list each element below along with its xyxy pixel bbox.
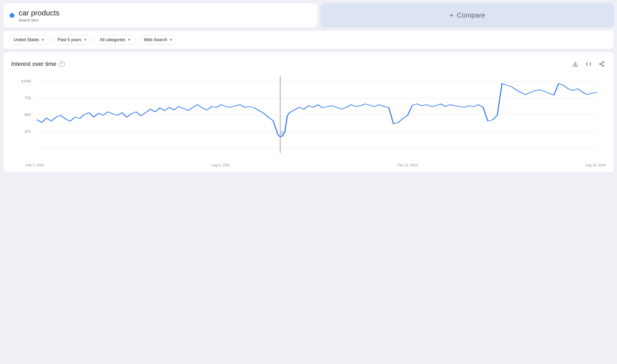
filter-region-label: United States (14, 37, 39, 42)
search-term-card: car products Search term (3, 3, 318, 28)
svg-line-5 (601, 63, 603, 64)
filter-period-label: Past 5 years (58, 37, 81, 42)
compare-plus-icon: + (449, 11, 454, 20)
compare-card[interactable]: + Compare (321, 3, 614, 28)
chart-title: Interest over time (11, 61, 56, 67)
filter-search-type-label: Web Search (144, 37, 167, 42)
filter-category-label: All categories (100, 37, 125, 42)
filter-period-arrow: ▼ (83, 38, 87, 42)
chart-header: Interest over time ? (11, 60, 606, 68)
svg-text:100: 100 (21, 79, 31, 83)
download-button[interactable] (571, 60, 579, 68)
filter-category[interactable]: All categories ▼ (95, 35, 136, 45)
search-term-dot (10, 13, 14, 18)
chart-actions (571, 60, 606, 68)
x-labels: Feb 2, 2020 Aug 8, 2021 Feb 12, 2023 Aug… (11, 163, 606, 167)
svg-text:50: 50 (24, 113, 31, 117)
filter-region[interactable]: United States ▼ (9, 35, 49, 45)
chart-title-group: Interest over time ? (11, 61, 65, 67)
filter-category-arrow: ▼ (128, 38, 131, 42)
search-term-label: car products (19, 9, 60, 18)
x-label-2: Aug 8, 2021 (212, 163, 230, 167)
svg-line-4 (601, 64, 603, 65)
embed-button[interactable] (585, 60, 593, 68)
help-icon[interactable]: ? (59, 61, 65, 67)
filter-search-type-arrow: ▼ (169, 38, 172, 42)
chart-svg: 100 75 50 25 Note (11, 76, 606, 161)
compare-label: Compare (457, 11, 485, 19)
x-label-4: Aug 18, 2024 (585, 163, 606, 167)
x-label-1: Feb 2, 2020 (26, 163, 44, 167)
share-button[interactable] (598, 60, 606, 68)
search-term-sublabel: Search term (19, 18, 60, 22)
x-label-3: Feb 12, 2023 (398, 163, 418, 167)
search-term-text: car products Search term (19, 9, 60, 22)
svg-text:75: 75 (24, 96, 31, 100)
svg-text:25: 25 (24, 129, 31, 133)
filter-period[interactable]: Past 5 years ▼ (53, 35, 92, 45)
filter-search-type[interactable]: Web Search ▼ (139, 35, 178, 45)
chart-container: 100 75 50 25 Note (11, 76, 606, 161)
filter-region-arrow: ▼ (41, 38, 44, 42)
filters-row: United States ▼ Past 5 years ▼ All categ… (3, 31, 614, 49)
chart-card: Interest over time ? (3, 52, 614, 172)
